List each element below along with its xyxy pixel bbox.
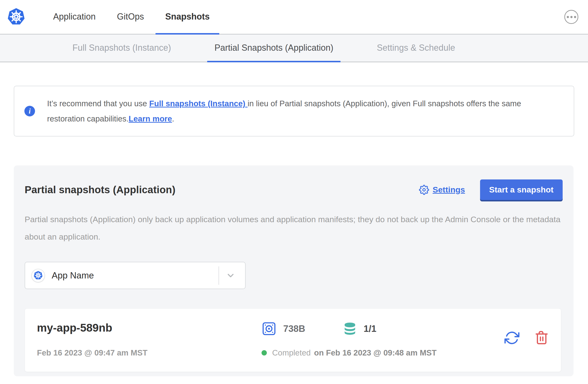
snapshots-subnav: Full Snapshots (Instance) Partial Snapsh…	[0, 35, 588, 62]
full-snapshots-link[interactable]: Full snapshots (Instance)	[149, 99, 248, 108]
nav-item-gitops[interactable]: GitOps	[107, 0, 154, 35]
snapshot-row: my-app-589nb Feb 16 2023 @ 09:47 am MST …	[25, 308, 561, 372]
snapshot-start-time: Feb 16 2023 @ 09:47 am MST	[37, 348, 262, 357]
info-banner: i It’s recommend that you use Full snaps…	[14, 86, 574, 136]
page-title: Partial snapshots (Application)	[25, 184, 176, 196]
snapshot-actions	[504, 321, 549, 372]
nav-item-application[interactable]: Application	[43, 0, 105, 35]
snapshot-name: my-app-589nb	[37, 321, 262, 334]
kubernetes-logo-icon	[7, 7, 26, 27]
restore-snapshot-button[interactable]	[504, 330, 519, 346]
card-description: Partial snapshots (Application) only bac…	[25, 211, 563, 245]
main-nav: Application GitOps Snapshots	[43, 0, 221, 34]
settings-link-label: Settings	[433, 185, 465, 194]
nav-item-snapshots[interactable]: Snapshots	[155, 0, 219, 35]
learn-more-link[interactable]: Learn more	[129, 114, 172, 123]
app-avatar	[31, 269, 45, 282]
restore-icon	[504, 330, 519, 345]
kubernetes-app-icon	[33, 271, 43, 280]
overflow-menu-button[interactable]	[564, 10, 578, 24]
chevron-down-icon	[226, 271, 235, 280]
status-badge: Completed	[272, 348, 311, 357]
disk-icon	[262, 321, 276, 336]
snapshot-settings-link[interactable]: Settings	[419, 185, 465, 195]
app-name-select[interactable]: App Name	[25, 262, 246, 289]
status-dot-icon	[262, 350, 267, 356]
card-header: Partial snapshots (Application) Settings…	[25, 179, 563, 200]
partial-snapshots-card: Partial snapshots (Application) Settings…	[14, 165, 573, 376]
database-icon	[343, 322, 357, 336]
snapshot-size: 738B	[283, 324, 305, 334]
tab-settings-schedule[interactable]: Settings & Schedule	[369, 35, 462, 62]
tab-partial-snapshots-application[interactable]: Partial Snapshots (Application)	[207, 35, 340, 62]
delete-snapshot-button[interactable]	[534, 330, 549, 346]
start-snapshot-button[interactable]: Start a snapshot	[480, 179, 563, 200]
top-navbar: Application GitOps Snapshots	[0, 0, 588, 35]
select-divider	[219, 266, 219, 285]
ellipsis-icon	[567, 16, 569, 18]
snapshot-volumes: 1/1	[364, 324, 377, 334]
banner-text: It’s recommend that you use Full snapsho…	[47, 96, 559, 126]
info-icon: i	[24, 106, 35, 116]
gear-icon	[419, 185, 429, 195]
app-select-value: App Name	[52, 271, 94, 281]
tab-full-snapshots-instance[interactable]: Full Snapshots (Instance)	[65, 35, 178, 62]
trash-icon	[534, 330, 549, 345]
snapshot-finish-time: on Feb 16 2023 @ 09:48 am MST	[314, 348, 437, 357]
